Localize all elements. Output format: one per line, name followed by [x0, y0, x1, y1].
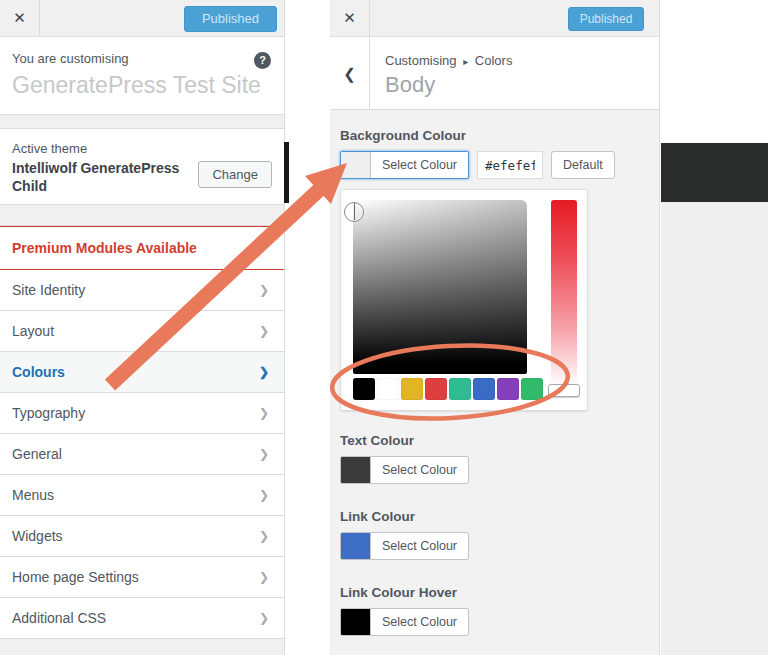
sidebar-item-typography[interactable]: Typography ❯ — [0, 393, 284, 434]
current-colour-swatch — [341, 457, 371, 483]
link-colour-label: Link Colour — [340, 509, 649, 524]
chevron-right-icon: ❯ — [259, 434, 269, 474]
sidebar-item-menus[interactable]: Menus ❯ — [0, 475, 284, 516]
link-colour-hover-label: Link Colour Hover — [340, 585, 649, 600]
select-colour-label: Select Colour — [371, 609, 468, 635]
preview-site-header — [661, 143, 768, 202]
sidebar-item-label: Colours — [12, 364, 65, 380]
palette-swatch-green[interactable] — [521, 378, 543, 400]
sidebar-item-label: Layout — [12, 323, 54, 339]
select-colour-label: Select Colour — [371, 152, 468, 178]
customizer-menu: Site Identity ❯ Layout ❯ Colours ❯ Typog… — [0, 270, 284, 639]
page-title: Body — [385, 72, 435, 98]
palette-swatch-teal[interactable] — [449, 378, 471, 400]
customizer-main-panel: ✕ Published You are customising ? Genera… — [0, 0, 285, 655]
left-topbar: ✕ Published — [0, 0, 284, 37]
site-title: GeneratePress Test Site — [12, 72, 272, 99]
hue-strip[interactable] — [551, 200, 577, 386]
sidebar-item-label: General — [12, 446, 62, 462]
background-select-colour-button[interactable]: Select Colour — [340, 151, 469, 179]
palette-swatch-red[interactable] — [425, 378, 447, 400]
breadcrumb-root: Customising — [385, 53, 457, 68]
palette-swatch-yellow[interactable] — [401, 378, 423, 400]
sidebar-item-label: Site Identity — [12, 282, 85, 298]
background-colour-controls: Select Colour Default — [340, 151, 649, 179]
sidebar-item-widgets[interactable]: Widgets ❯ — [0, 516, 284, 557]
customising-label: You are customising — [12, 51, 272, 66]
sidebar-item-home-page-settings[interactable]: Home page Settings ❯ — [0, 557, 284, 598]
sidebar-item-layout[interactable]: Layout ❯ — [0, 311, 284, 352]
sidebar-item-general[interactable]: General ❯ — [0, 434, 284, 475]
link-hover-select-colour-button[interactable]: Select Colour — [340, 608, 469, 636]
divider — [0, 115, 284, 129]
sidebar-item-site-identity[interactable]: Site Identity ❯ — [0, 270, 284, 311]
current-colour-swatch — [341, 533, 371, 559]
breadcrumb-separator-icon: ▸ — [460, 56, 471, 67]
select-colour-label: Select Colour — [371, 457, 468, 483]
chevron-right-icon: ❯ — [259, 352, 269, 392]
change-theme-button[interactable]: Change — [198, 161, 272, 188]
scrollbar-thumb[interactable] — [284, 142, 289, 203]
chevron-right-icon: ❯ — [259, 311, 269, 351]
palette-swatch-purple[interactable] — [497, 378, 519, 400]
close-icon[interactable]: ✕ — [330, 0, 370, 36]
text-colour-label: Text Colour — [340, 433, 649, 448]
active-theme-name: Intelliwolf GeneratePress Child — [12, 159, 202, 195]
breadcrumb: Customising ▸ Colors — [385, 53, 512, 68]
hue-strip-handle[interactable] — [548, 384, 580, 397]
text-select-colour-button[interactable]: Select Colour — [340, 456, 469, 484]
breadcrumb-page: Colors — [475, 53, 513, 68]
right-topbar: ✕ Published — [330, 0, 659, 37]
link-colour-section: Link Colour Select Colour — [340, 509, 649, 563]
controls-body: Background Colour Select Colour Default — [330, 110, 659, 655]
premium-modules-notice[interactable]: Premium Modules Available — [0, 226, 284, 270]
help-icon[interactable]: ? — [254, 52, 271, 69]
colour-picker — [340, 189, 588, 411]
sidebar-item-colours[interactable]: Colours ❯ — [0, 352, 284, 393]
link-colour-hover-section: Link Colour Hover Select Colour — [340, 585, 649, 639]
background-colour-label: Background Colour — [340, 128, 649, 143]
back-icon[interactable]: ❮ — [330, 37, 370, 110]
chevron-right-icon: ❯ — [259, 598, 269, 638]
active-theme-section: Active theme Intelliwolf GeneratePress C… — [0, 129, 284, 205]
published-button[interactable]: Published — [568, 7, 644, 31]
link-select-colour-button[interactable]: Select Colour — [340, 532, 469, 560]
sidebar-item-label: Typography — [12, 405, 85, 421]
hex-colour-input[interactable] — [477, 151, 543, 179]
divider — [0, 205, 284, 226]
colour-palette — [353, 378, 543, 400]
palette-swatch-white[interactable] — [377, 378, 399, 400]
sidebar-item-label: Menus — [12, 487, 54, 503]
sidebar-item-label: Widgets — [12, 528, 63, 544]
palette-swatch-black[interactable] — [353, 378, 375, 400]
section-header: ❮ Customising ▸ Colors Body — [330, 37, 659, 110]
chevron-right-icon: ❯ — [259, 393, 269, 433]
current-colour-swatch — [341, 609, 371, 635]
customizer-intro: You are customising ? GeneratePress Test… — [0, 37, 284, 115]
chevron-right-icon: ❯ — [259, 475, 269, 515]
default-button[interactable]: Default — [551, 151, 615, 179]
close-icon[interactable]: ✕ — [0, 0, 40, 36]
palette-swatch-blue[interactable] — [473, 378, 495, 400]
chevron-right-icon: ❯ — [259, 270, 269, 310]
site-preview — [661, 0, 768, 655]
panel-footer — [0, 639, 284, 655]
colors-body-panel: ✕ Published ❮ Customising ▸ Colors Body … — [330, 0, 660, 655]
picker-handle-icon[interactable] — [344, 202, 364, 222]
chevron-right-icon: ❯ — [259, 516, 269, 556]
saturation-value-square[interactable] — [353, 200, 527, 374]
text-colour-section: Text Colour Select Colour — [340, 433, 649, 487]
sidebar-item-label: Home page Settings — [12, 569, 139, 585]
published-button[interactable]: Published — [184, 6, 277, 32]
chevron-right-icon: ❯ — [259, 557, 269, 597]
sidebar-item-label: Additional CSS — [12, 610, 106, 626]
sidebar-item-additional-css[interactable]: Additional CSS ❯ — [0, 598, 284, 639]
current-colour-swatch — [341, 152, 371, 178]
active-theme-label: Active theme — [12, 141, 272, 156]
preview-site-body — [661, 202, 768, 655]
select-colour-label: Select Colour — [371, 533, 468, 559]
